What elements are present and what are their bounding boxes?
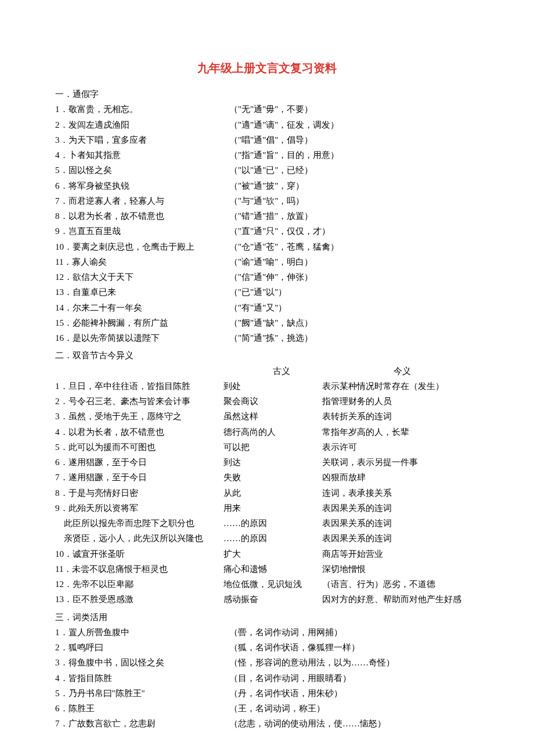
item-text: 15．必能裨补阙漏，有所广益 [55, 315, 229, 330]
item-modern: 商店等开始营业 [322, 546, 479, 561]
item-modern: 连词，表承接关系 [322, 485, 479, 501]
list-item: 16．是以先帝简拔以遗陛下（"简"通"拣"，挑选） [55, 330, 479, 345]
item-note: （"错"通"措"，放置） [229, 208, 479, 224]
item-text: 2．狐鸣呼曰 [55, 640, 229, 655]
item-text: 12．先帝不以臣卑鄙 [55, 577, 223, 592]
item-modern: 深切地憎恨 [322, 561, 479, 577]
item-text: 6．遂用猖蹶，至于今日 [55, 455, 223, 470]
section1-body: 1．敬富贵，无相忘。（"无"通"毋"，不要）2．发闾左適戍渔阳（"適"通"谪"，… [55, 102, 479, 345]
list-item: 4．皆指目陈胜（目，名词作动词，用眼睛看） [55, 671, 479, 686]
item-text: 1．置人所罾鱼腹中 [55, 625, 229, 640]
item-text: 5．乃丹书帛曰"陈胜王" [55, 686, 229, 701]
item-text: 13．臣不胜受恩感激 [55, 592, 223, 607]
header-gu: 古义 [238, 363, 325, 379]
section2-header-row: 古义 今义 [55, 363, 479, 379]
item-ancient: 痛心和遗憾 [223, 561, 322, 577]
list-item: 3．为天下唱，宜多应者（"唱"通"倡"，倡导） [55, 132, 479, 147]
item-text: 3．为天下唱，宜多应者 [55, 132, 229, 147]
list-item: 7．而君逆寡人者，轻寡人与（"与"通"欤"，吗） [55, 193, 479, 208]
item-ancient: 从此 [223, 485, 322, 501]
item-modern: 表示许可 [322, 440, 479, 455]
item-text: 2．发闾左適戍渔阳 [55, 117, 229, 132]
list-item: 4．卜者知其指意（"指"通"旨"，目的，用意） [55, 147, 479, 163]
item-ancient: ……的原因 [223, 531, 322, 546]
item-ancient: 感动振奋 [223, 592, 322, 607]
item-text: 7．遂用猖蹶，至于今日 [55, 470, 223, 485]
list-item: 15．必能裨补阙漏，有所广益（"阙"通"缺"，缺点） [55, 315, 479, 330]
list-item: 13．自董卓已来（"已"通"以"） [55, 285, 479, 300]
item-text: 此臣所以报先帝而忠陛下之职分也 [55, 516, 223, 531]
list-item: 4．以君为长者，故不错意也德行高尚的人常指年岁高的人，长辈 [55, 424, 479, 440]
item-ancient: 虽然这样 [223, 409, 322, 424]
list-item: 9．岂直五百里哉（"直"通"只"，仅仅，才） [55, 224, 479, 239]
item-text: 8．于是与亮情好日密 [55, 485, 223, 501]
item-note: （"指"通"旨"，目的，用意） [229, 147, 479, 163]
item-text: 13．自董卓已来 [55, 285, 229, 300]
item-modern: 表转折关系的连词 [322, 409, 479, 424]
item-note: （"直"通"只"，仅仅，才） [229, 224, 479, 239]
list-item: 2．发闾左適戍渔阳（"適"通"谪"，征发，调发） [55, 117, 479, 132]
item-text: 1．敬富贵，无相忘。 [55, 102, 229, 117]
item-note: （"適"通"谪"，征发，调发） [229, 117, 479, 132]
item-text: 10．诚宜开张圣听 [55, 546, 223, 561]
list-item: 9．此殆天所以资将军用来表因果关系的连词 [55, 501, 479, 516]
item-text: 3．得鱼腹中书，固以怪之矣 [55, 655, 229, 670]
item-text: 5．此可以为援而不可图也 [55, 440, 223, 455]
item-note: （忿恚，动词的使动用法，使……恼怒） [229, 716, 479, 731]
item-text: 4．皆指目陈胜 [55, 671, 229, 686]
section1-head: 一．通假字 [55, 87, 479, 102]
list-item: 6．将军身被坚执锐（"被"通"披"，穿） [55, 178, 479, 193]
item-modern: 关联词，表示另提一件事 [322, 455, 479, 470]
item-text: 3．虽然，受地于先王，愿终守之 [55, 409, 223, 424]
item-modern: 表因果关系的连词 [322, 531, 479, 546]
item-note: （罾，名词作动词，用网捕） [229, 625, 479, 640]
list-item: 14．尔来二十有一年矣（"有"通"又"） [55, 300, 479, 315]
list-item: 亲贤臣，远小人，此先汉所以兴隆也……的原因表因果关系的连词 [55, 531, 479, 546]
list-item: 2．狐鸣呼曰（狐，名词作状语，像狐狸一样） [55, 640, 479, 655]
section2-head: 二．双音节古今异义 [55, 348, 479, 363]
item-note: （"已"通"以"） [229, 285, 479, 300]
list-item: 6．遂用猖蹶，至于今日到达关联词，表示另提一件事 [55, 455, 479, 470]
item-ancient: 可以把 [223, 440, 322, 455]
item-text: 6．陈胜王 [55, 701, 229, 716]
item-note: （"阙"通"缺"，缺点） [229, 315, 479, 330]
item-note: （丹，名词作状语，用朱砂） [229, 686, 479, 701]
item-text: 14．尔来二十有一年矣 [55, 300, 229, 315]
item-ancient: 用来 [223, 501, 322, 516]
item-text: 亲贤臣，远小人，此先汉所以兴隆也 [55, 531, 223, 546]
item-ancient: 失败 [223, 470, 322, 485]
item-modern: 因对方的好意、帮助而对他产生好感 [322, 592, 479, 607]
item-modern: 表因果关系的连词 [322, 501, 479, 516]
list-item: 3．得鱼腹中书，固以怪之矣（怪，形容词的意动用法，以为……奇怪） [55, 655, 479, 670]
item-text: 9．岂直五百里哉 [55, 224, 229, 239]
item-ancient: 德行高尚的人 [223, 424, 322, 440]
item-modern: 凶狠而放肆 [322, 470, 479, 485]
header-jin: 今义 [325, 363, 479, 379]
item-note: （"信"通"伸"，伸张） [229, 269, 479, 285]
item-note: （王，名词动词，称王） [229, 701, 479, 716]
item-text: 8．以君为长者，故不错意也 [55, 208, 229, 224]
list-item: 11．未尝不叹息痛恨于桓灵也痛心和遗憾深切地憎恨 [55, 561, 479, 577]
item-ancient: 到达 [223, 455, 322, 470]
item-text: 7．而君逆寡人者，轻寡人与 [55, 193, 229, 208]
list-item: 5．乃丹书帛曰"陈胜王"（丹，名词作状语，用朱砂） [55, 686, 479, 701]
item-note: （"与"通"欤"，吗） [229, 193, 479, 208]
item-modern: （语言、行为）恶劣，不道德 [322, 577, 479, 592]
item-note: （狐，名词作状语，像狐狸一样） [229, 640, 479, 655]
list-item: 2．号令召三老、豪杰与皆来会计事聚会商议指管理财务的人员 [55, 394, 479, 409]
list-item: 10．要离之刺庆忌也，仓鹰击于殿上（"仓"通"苍"，苍鹰，猛禽） [55, 239, 479, 254]
list-item: 1．旦日，卒中往往语，皆指目陈胜到处表示某种情况时常存在（发生） [55, 379, 479, 394]
list-item: 7．遂用猖蹶，至于今日失败凶狠而放肆 [55, 470, 479, 485]
list-item: 此臣所以报先帝而忠陛下之职分也……的原因表因果关系的连词 [55, 516, 479, 531]
list-item: 13．臣不胜受恩感激感动振奋因对方的好意、帮助而对他产生好感 [55, 592, 479, 607]
item-note: （目，名词作动词，用眼睛看） [229, 671, 479, 686]
item-ancient: ……的原因 [223, 516, 322, 531]
item-ancient: 聚会商议 [223, 394, 322, 409]
item-ancient: 到处 [223, 379, 322, 394]
item-note: （"无"通"毋"，不要） [229, 102, 479, 117]
item-text: 11．未尝不叹息痛恨于桓灵也 [55, 561, 223, 577]
item-note: （"以"通"已"，已经） [229, 163, 479, 178]
item-note: （"有"通"又"） [229, 300, 479, 315]
item-text: 16．是以先帝简拔以遗陛下 [55, 330, 229, 345]
list-item: 6．陈胜王（王，名词动词，称王） [55, 701, 479, 716]
